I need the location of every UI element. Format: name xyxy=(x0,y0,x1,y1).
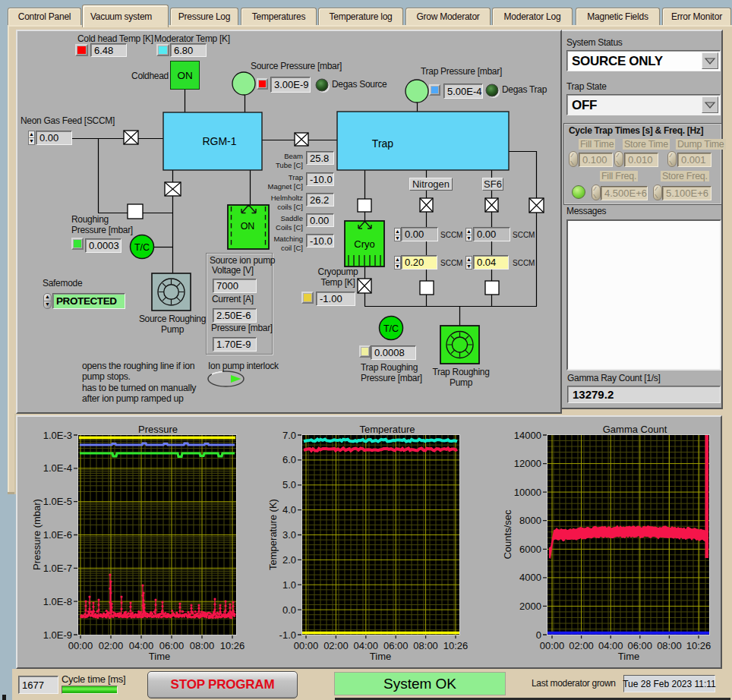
svg-text:1.0E-7: 1.0E-7 xyxy=(43,563,72,574)
svg-text:Temperature: Temperature xyxy=(360,424,415,435)
svg-text:ON: ON xyxy=(241,221,255,232)
svg-text:6.0: 6.0 xyxy=(282,454,296,465)
svg-text:2.0: 2.0 xyxy=(282,554,296,566)
svg-text:06:00: 06:00 xyxy=(628,640,653,651)
svg-text:00:00: 00:00 xyxy=(294,640,319,651)
svg-text:06:00: 06:00 xyxy=(159,640,185,651)
svg-text:1.0E-5: 1.0E-5 xyxy=(43,496,72,507)
svg-text:8000: 8000 xyxy=(519,515,541,526)
svg-text:0: 0 xyxy=(536,629,541,641)
svg-text:02:00: 02:00 xyxy=(323,640,349,651)
svg-text:00:00: 00:00 xyxy=(68,640,93,651)
svg-text:7.0: 7.0 xyxy=(282,430,296,441)
svg-text:T/C: T/C xyxy=(134,242,150,253)
svg-text:08:00: 08:00 xyxy=(413,640,438,651)
svg-text:Pressure (mbar): Pressure (mbar) xyxy=(31,499,43,570)
svg-text:Temperature (K): Temperature (K) xyxy=(267,499,279,570)
svg-text:Counts/sec: Counts/sec xyxy=(502,509,513,560)
svg-text:02:00: 02:00 xyxy=(99,640,124,651)
svg-text:10000: 10000 xyxy=(514,487,541,498)
svg-text:14000: 14000 xyxy=(514,430,541,441)
svg-text:10:26: 10:26 xyxy=(686,640,711,651)
svg-text:10:26: 10:26 xyxy=(443,640,469,651)
svg-text:1.0E-4: 1.0E-4 xyxy=(43,462,72,474)
svg-text:Cryo: Cryo xyxy=(354,238,374,250)
svg-text:1.0: 1.0 xyxy=(282,579,296,591)
svg-text:4.0: 4.0 xyxy=(282,504,296,516)
svg-text:2000: 2000 xyxy=(519,601,541,612)
svg-text:06:00: 06:00 xyxy=(383,640,409,651)
svg-text:RGM-1: RGM-1 xyxy=(202,135,236,147)
svg-text:00:00: 00:00 xyxy=(540,640,565,651)
svg-text:08:00: 08:00 xyxy=(190,640,215,651)
svg-text:04:00: 04:00 xyxy=(129,640,154,651)
svg-text:04:00: 04:00 xyxy=(354,640,379,651)
svg-text:02:00: 02:00 xyxy=(569,640,594,651)
svg-text:Time: Time xyxy=(149,651,170,662)
svg-text:4000: 4000 xyxy=(519,572,541,583)
svg-text:04:00: 04:00 xyxy=(598,640,623,651)
svg-text:08:00: 08:00 xyxy=(657,640,682,651)
svg-text:Trap: Trap xyxy=(372,137,393,150)
svg-text:Time: Time xyxy=(370,651,391,662)
svg-text:6000: 6000 xyxy=(519,544,541,555)
svg-text:12000: 12000 xyxy=(514,458,541,469)
svg-text:10:26: 10:26 xyxy=(220,640,245,651)
svg-text:1.0E-6: 1.0E-6 xyxy=(43,529,72,541)
svg-text:T/C: T/C xyxy=(383,323,399,334)
svg-text:1.0E-3: 1.0E-3 xyxy=(43,430,72,441)
svg-text:Pressure: Pressure xyxy=(138,424,178,435)
svg-text:Gamma Count: Gamma Count xyxy=(603,424,667,435)
svg-text:-1.0: -1.0 xyxy=(279,629,296,641)
svg-text:Time: Time xyxy=(618,651,639,662)
svg-text:1.0E-9: 1.0E-9 xyxy=(43,629,72,641)
svg-text:5.0: 5.0 xyxy=(282,479,296,490)
svg-text:1.0E-8: 1.0E-8 xyxy=(43,596,72,607)
svg-text:3.0: 3.0 xyxy=(282,529,296,541)
svg-text:0.0: 0.0 xyxy=(282,604,296,616)
